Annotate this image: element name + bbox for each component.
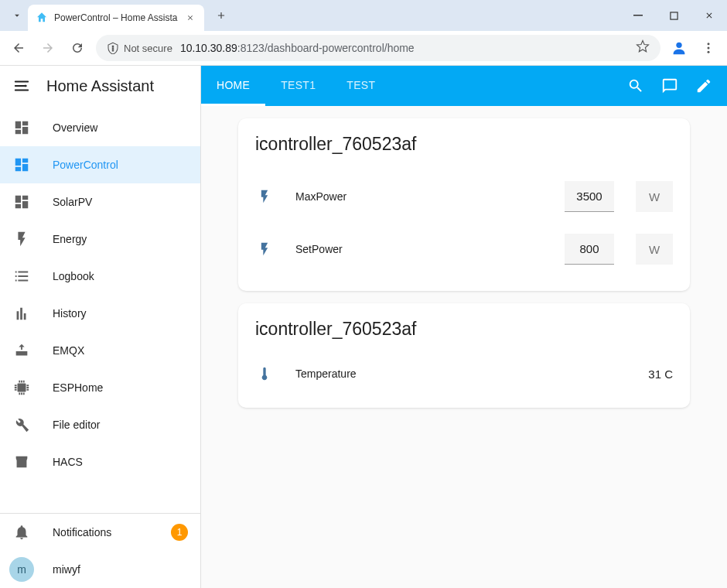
entity-row[interactable]: SetPower W [255, 223, 673, 275]
sidebar-item-powercontrol[interactable]: PowerControl [0, 146, 200, 183]
sidebar-item-label: Energy [53, 233, 87, 245]
sidebar-item-label: File editor [53, 419, 100, 431]
sidebar-item-label: Logbook [53, 270, 94, 282]
svg-point-4 [708, 47, 710, 50]
sidebar-item-emqx[interactable]: EMQX [0, 332, 200, 369]
window-minimize-button[interactable] [620, 0, 656, 31]
user-avatar: m [9, 557, 34, 582]
entity-value-input[interactable] [565, 234, 614, 265]
tab-test1[interactable]: TEST1 [265, 66, 331, 106]
profile-button[interactable] [668, 37, 690, 59]
browser-menu-button[interactable] [698, 37, 719, 59]
thermometer-icon [255, 366, 274, 381]
entity-label: SetPower [295, 243, 543, 255]
sidebar-item-file-editor[interactable]: File editor [0, 406, 200, 443]
main: HOMETEST1TEST icontroller_760523af MaxPo… [201, 66, 727, 588]
chart-icon [12, 304, 31, 323]
url-text: 10.10.30.89:8123/dashboard-powercontrol/… [180, 42, 628, 54]
tab-strip: PowerControl – Home Assista [0, 0, 727, 31]
sidebar-item-label: ESPHome [53, 381, 103, 394]
entity-row[interactable]: MaxPower W [255, 170, 673, 223]
svg-point-5 [708, 51, 710, 53]
sidebar-item-history[interactable]: History [0, 295, 200, 332]
card-title: icontroller_760523af [255, 319, 673, 340]
tab-search-dropdown[interactable] [6, 5, 28, 26]
sidebar-item-label: PowerControl [53, 159, 118, 171]
search-button[interactable] [619, 69, 653, 103]
flash-icon [255, 189, 274, 204]
dashboard-icon [12, 118, 31, 137]
window-controls [620, 0, 727, 31]
svg-rect-0 [633, 15, 643, 16]
browser-tab-active[interactable]: PowerControl – Home Assista [28, 5, 204, 31]
list-icon [12, 267, 31, 285]
tab-test[interactable]: TEST [331, 66, 391, 106]
window-close-button[interactable] [691, 0, 727, 31]
dashboard-content[interactable]: icontroller_760523af MaxPower W SetPower… [201, 106, 727, 588]
forward-button[interactable] [37, 37, 59, 59]
sidebar-bottom: Notifications 1 m miwyf [0, 513, 200, 588]
flash-icon [12, 230, 31, 248]
entity-value: 31 C [648, 368, 673, 381]
dashboard-icon [12, 156, 31, 174]
router-icon [12, 341, 31, 360]
entity-label: MaxPower [295, 190, 543, 203]
view-tabs: HOMETEST1TEST [201, 66, 391, 106]
notifications-badge: 1 [171, 524, 188, 541]
favicon-home-assistant [36, 12, 48, 24]
new-tab-button[interactable] [210, 5, 232, 26]
card-title: icontroller_760523af [255, 134, 673, 155]
entity-unit: W [636, 181, 673, 212]
dashboard-icon [12, 193, 31, 211]
entity-label: Temperature [295, 368, 626, 380]
sidebar-item-notifications[interactable]: Notifications 1 [0, 514, 200, 551]
sidebar-item-label: History [53, 307, 87, 320]
notifications-label: Notifications [53, 526, 111, 538]
entity-value-input[interactable] [565, 181, 614, 212]
sidebar-item-label: SolarPV [53, 196, 92, 208]
sidebar-header: Home Assistant [0, 66, 200, 106]
sidebar-nav[interactable]: OverviewPowerControlSolarPVEnergyLogbook… [0, 106, 200, 513]
window-maximize-button[interactable] [656, 0, 691, 31]
sidebar: Home Assistant OverviewPowerControlSolar… [0, 66, 201, 588]
security-indicator[interactable]: Not secure [107, 42, 172, 54]
assist-button[interactable] [653, 69, 687, 103]
svg-rect-1 [670, 12, 677, 19]
back-button[interactable] [8, 37, 29, 59]
entity-unit: W [636, 234, 673, 265]
bell-icon [12, 523, 31, 542]
sidebar-item-user[interactable]: m miwyf [0, 551, 200, 588]
security-label-text: Not secure [124, 43, 172, 54]
reload-button[interactable] [67, 37, 88, 59]
entity-card: icontroller_760523af MaxPower W SetPower… [238, 118, 690, 291]
svg-point-3 [708, 43, 710, 45]
topbar: HOMETEST1TEST [201, 66, 727, 106]
sidebar-item-overview[interactable]: Overview [0, 109, 200, 146]
sidebar-item-label: HACS [53, 456, 83, 468]
svg-point-2 [676, 43, 681, 48]
bookmark-star-icon[interactable] [636, 39, 650, 56]
url-box[interactable]: Not secure 10.10.30.89:8123/dashboard-po… [96, 35, 660, 61]
sidebar-item-hacs[interactable]: HACS [0, 443, 200, 480]
tab-title: PowerControl – Home Assista [54, 12, 178, 23]
chip-icon [12, 378, 31, 397]
sidebar-item-solarpv[interactable]: SolarPV [0, 183, 200, 220]
tab-home[interactable]: HOME [201, 66, 265, 106]
sidebar-item-energy[interactable]: Energy [0, 220, 200, 258]
brand-title: Home Assistant [46, 77, 154, 95]
browser-chrome: PowerControl – Home Assista [0, 0, 727, 66]
app: Home Assistant OverviewPowerControlSolar… [0, 66, 727, 588]
sidebar-item-esphome[interactable]: ESPHome [0, 369, 200, 406]
sidebar-item-label: Overview [53, 121, 97, 134]
hamburger-icon[interactable] [12, 77, 31, 95]
sidebar-item-label: EMQX [53, 344, 84, 357]
address-bar: Not secure 10.10.30.89:8123/dashboard-po… [0, 31, 727, 66]
flash-icon [255, 241, 274, 257]
store-icon [12, 453, 31, 471]
sidebar-item-logbook[interactable]: Logbook [0, 258, 200, 295]
edit-dashboard-button[interactable] [687, 69, 721, 103]
entity-row[interactable]: Temperature 31 C [255, 355, 673, 392]
close-icon[interactable] [184, 12, 196, 24]
entity-card: icontroller_760523af Temperature 31 C [238, 303, 690, 408]
user-name: miwyf [53, 563, 80, 576]
